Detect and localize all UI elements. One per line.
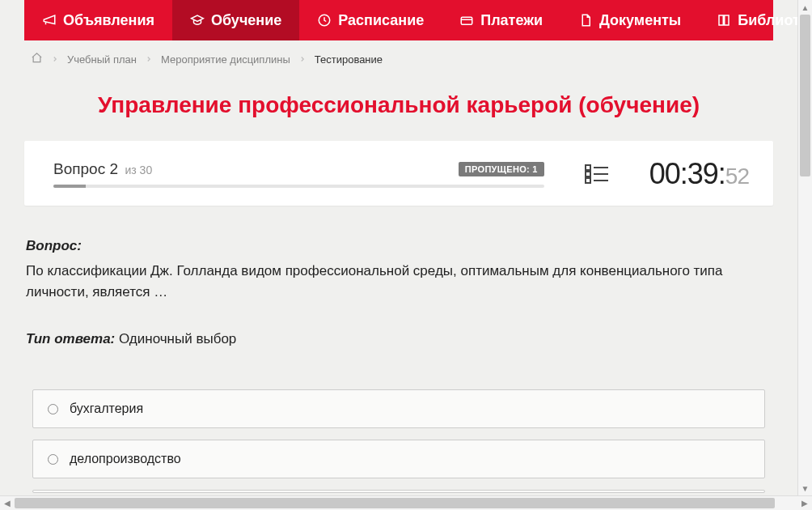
nav-schedule[interactable]: Расписание — [299, 0, 442, 40]
horizontal-scrollbar[interactable]: ◀ ▶ — [0, 495, 812, 510]
svg-rect-6 — [586, 178, 590, 183]
answer-option[interactable]: делопроизводство — [32, 440, 765, 478]
nav-documents[interactable]: Документы — [560, 0, 699, 40]
nav-label: Документы — [599, 12, 681, 29]
vertical-scrollbar[interactable]: ▲ ▼ — [797, 0, 812, 495]
chevron-right-icon — [51, 55, 59, 63]
breadcrumb-plan[interactable]: Учебный план — [67, 53, 137, 66]
nav-label: Расписание — [338, 12, 424, 29]
nav-label: Библиотека — [738, 12, 797, 29]
document-icon — [578, 13, 593, 28]
scrollbar-thumb[interactable] — [800, 15, 810, 176]
question-total: из 30 — [125, 164, 152, 176]
answer-option[interactable]: бухгалтерия — [32, 389, 765, 428]
answer-option[interactable] — [32, 490, 765, 493]
timer-seconds: 52 — [725, 164, 749, 189]
question-grid-icon[interactable] — [569, 164, 625, 185]
nav-library[interactable]: Библиотека — [699, 0, 797, 40]
breadcrumb-current: Тестирование — [315, 53, 383, 66]
question-label: Вопрос: — [26, 238, 772, 254]
clock-icon — [317, 13, 332, 28]
nav-payments[interactable]: Платежи — [442, 0, 560, 40]
status-card: Вопрос 2 из 30 ПРОПУЩЕНО: 1 00:39:52 — [24, 141, 773, 206]
answer-label: бухгалтерия — [70, 402, 143, 416]
chevron-right-icon — [145, 55, 153, 63]
progress-bar — [53, 185, 544, 188]
question-number: Вопрос 2 — [53, 160, 118, 177]
book-icon — [717, 13, 731, 28]
scroll-right-icon[interactable]: ▶ — [797, 496, 812, 510]
scroll-down-icon[interactable]: ▼ — [798, 481, 812, 495]
payment-icon — [459, 13, 474, 28]
graduation-icon — [190, 13, 205, 28]
svg-rect-4 — [586, 172, 590, 176]
radio-icon — [48, 454, 58, 465]
megaphone-icon — [42, 13, 57, 28]
scrollbar-thumb[interactable] — [15, 498, 775, 508]
breadcrumb-event[interactable]: Мероприятие дисциплины — [161, 53, 290, 66]
svg-rect-2 — [586, 165, 590, 170]
breadcrumb: Учебный план Мероприятие дисциплины Тест… — [24, 40, 773, 78]
svg-rect-1 — [461, 17, 472, 24]
timer-main: 00:39: — [649, 157, 725, 190]
main-nav: Объявления Обучение Расписание Платежи — [24, 0, 773, 40]
nav-label: Обучение — [211, 12, 281, 29]
answer-type-label: Тип ответа: — [26, 331, 115, 346]
scroll-up-icon[interactable]: ▲ — [798, 0, 812, 15]
answer-type-value: Одиночный выбор — [115, 331, 236, 346]
question-text: По классификации Дж. Голланда видом проф… — [26, 261, 772, 302]
skipped-badge: ПРОПУЩЕНО: 1 — [459, 162, 544, 176]
home-icon[interactable] — [31, 52, 43, 66]
timer: 00:39:52 — [649, 157, 749, 191]
page-title: Управление профессиональной карьерой (об… — [24, 78, 773, 141]
answers-list: бухгалтерия делопроизводство — [26, 389, 772, 493]
scroll-left-icon[interactable]: ◀ — [0, 496, 15, 510]
answer-label: делопроизводство — [70, 452, 181, 466]
nav-announcements[interactable]: Объявления — [24, 0, 172, 40]
nav-label: Платежи — [480, 12, 543, 29]
radio-icon — [48, 404, 58, 414]
nav-label: Объявления — [63, 12, 154, 29]
chevron-right-icon — [298, 55, 307, 63]
nav-education[interactable]: Обучение — [172, 0, 299, 40]
